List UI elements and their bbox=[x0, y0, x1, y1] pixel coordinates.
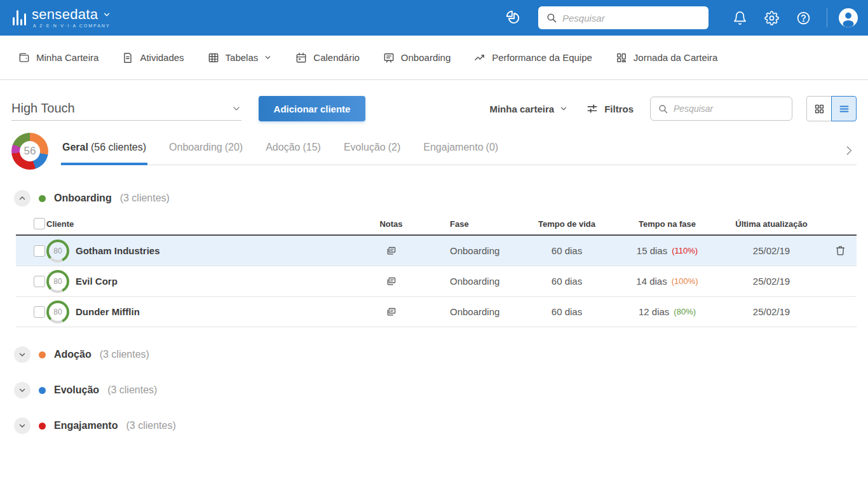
nav-label: Jornada da Carteira bbox=[634, 52, 718, 63]
list-view-button[interactable] bbox=[831, 96, 857, 121]
app-window: sensedata A Z·E·N·V·I·A COMPANY bbox=[0, 0, 868, 488]
donut-total: 56 bbox=[24, 145, 36, 158]
row-checkbox[interactable] bbox=[34, 245, 45, 257]
expand-section-button[interactable] bbox=[14, 346, 31, 363]
nav-performance-da-equipe[interactable]: Performance da Equipe bbox=[473, 51, 592, 64]
notes-icon bbox=[386, 306, 397, 318]
brand-name: sensedata bbox=[32, 8, 98, 22]
tempo-de-vida-value: 60 dias bbox=[526, 276, 607, 287]
header-notas[interactable]: Notas bbox=[364, 219, 418, 229]
client-name[interactable]: Evil Corp bbox=[76, 276, 118, 287]
main-nav: Minha Carteira Atividades Tabelas Calend… bbox=[0, 36, 868, 80]
dashboard-pie-icon[interactable] bbox=[504, 8, 523, 27]
main-content: High Touch Adicionar cliente Minha carte… bbox=[0, 96, 868, 434]
grid-view-button[interactable] bbox=[806, 96, 832, 121]
tabs-next-chevron[interactable] bbox=[843, 144, 857, 165]
tempo-na-fase-percent: (100%) bbox=[672, 276, 698, 286]
client-search-input[interactable] bbox=[674, 104, 785, 114]
segment-select[interactable]: High Touch bbox=[11, 97, 241, 121]
nav-onboarding[interactable]: Onboarding bbox=[383, 51, 451, 64]
table-row[interactable]: 80 Dunder Mifflin Onboarding 60 dias 12 … bbox=[16, 297, 857, 327]
ultima-atualizacao-value: 25/02/19 bbox=[727, 245, 816, 256]
header-ultima-atualizacao[interactable]: Última atualização bbox=[727, 219, 816, 229]
tab-onboarding[interactable]: Onboarding(20) bbox=[168, 138, 244, 165]
chevron-right-icon bbox=[843, 144, 855, 157]
segment-select-value: High Touch bbox=[11, 101, 75, 116]
tab-adocao[interactable]: Adoção(15) bbox=[264, 138, 322, 165]
notes-button[interactable] bbox=[384, 244, 398, 258]
ultima-atualizacao-value: 25/02/19 bbox=[727, 306, 816, 317]
header-cliente[interactable]: Cliente bbox=[46, 219, 364, 229]
nav-label: Minha Carteira bbox=[36, 52, 98, 63]
sensedata-bars-icon bbox=[13, 9, 26, 25]
board-icon bbox=[383, 51, 395, 64]
nav-calendario[interactable]: Calendário bbox=[295, 51, 360, 64]
tempo-na-fase-value: 12 dias bbox=[639, 306, 669, 317]
expand-section-button[interactable] bbox=[14, 382, 31, 398]
select-all-checkbox[interactable] bbox=[34, 218, 45, 229]
global-search-input[interactable] bbox=[562, 13, 701, 24]
health-score-gauge: 80 bbox=[46, 301, 69, 323]
view-toggle bbox=[806, 96, 857, 121]
fase-value: Onboarding bbox=[418, 245, 526, 256]
tab-engajamento[interactable]: Engajamento(0) bbox=[422, 138, 499, 165]
chevron-down-icon bbox=[231, 104, 241, 114]
nav-jornada-da-carteira[interactable]: Jornada da Carteira bbox=[615, 51, 718, 64]
tempo-na-fase-value: 14 dias bbox=[636, 276, 667, 287]
client-search[interactable] bbox=[650, 97, 792, 121]
section-onboarding-header: Onboarding (3 clientes) bbox=[14, 190, 857, 207]
nav-atividades[interactable]: Atividades bbox=[121, 51, 184, 64]
search-icon bbox=[546, 12, 557, 24]
section-engajamento-header: Engajamento (3 clientes) bbox=[14, 417, 857, 434]
status-dot bbox=[39, 351, 46, 358]
brand-logo[interactable]: sensedata A Z·E·N·V·I·A COMPANY bbox=[13, 8, 111, 28]
table-icon bbox=[207, 51, 220, 64]
nav-tabelas[interactable]: Tabelas bbox=[207, 51, 273, 64]
row-checkbox[interactable] bbox=[34, 306, 45, 318]
table-header-row: Cliente Notas Fase Tempo de vida Tempo n… bbox=[16, 213, 857, 236]
calendar-icon bbox=[295, 51, 308, 64]
help-icon[interactable] bbox=[794, 8, 813, 27]
chevron-down-icon bbox=[18, 350, 27, 359]
client-name[interactable]: Dunder Mifflin bbox=[76, 306, 140, 317]
header-tempo-de-vida[interactable]: Tempo de vida bbox=[526, 219, 607, 229]
status-dot bbox=[39, 423, 46, 430]
chevron-up-icon bbox=[18, 194, 27, 203]
chevron-down-icon bbox=[18, 421, 27, 430]
status-dot bbox=[39, 195, 46, 202]
nav-minha-carteira[interactable]: Minha Carteira bbox=[18, 51, 98, 64]
section-title: Engajamento bbox=[54, 420, 118, 431]
portfolio-donut-chart: 56 bbox=[11, 133, 48, 170]
expand-section-button[interactable] bbox=[14, 417, 31, 434]
notifications-bell-icon[interactable] bbox=[730, 8, 749, 27]
notes-button[interactable] bbox=[384, 274, 398, 288]
settings-gear-icon[interactable] bbox=[762, 8, 781, 27]
filters-button[interactable]: Filtros bbox=[586, 102, 634, 115]
top-header: sensedata A Z·E·N·V·I·A COMPANY bbox=[0, 0, 868, 36]
tab-evolucao[interactable]: Evolução(2) bbox=[342, 138, 402, 165]
tab-geral[interactable]: Geral(56 clientes) bbox=[61, 138, 147, 165]
section-count: (3 clientes) bbox=[126, 420, 175, 431]
tempo-de-vida-value: 60 dias bbox=[526, 306, 607, 317]
notes-button[interactable] bbox=[384, 305, 398, 319]
chevron-down-icon[interactable] bbox=[102, 10, 111, 19]
list-view-icon bbox=[838, 103, 850, 115]
row-checkbox[interactable] bbox=[34, 276, 45, 287]
table-row[interactable]: 80 Gotham Industries Onboarding 60 dias … bbox=[16, 236, 857, 266]
delete-button[interactable] bbox=[833, 243, 848, 258]
ultima-atualizacao-value: 25/02/19 bbox=[727, 276, 816, 287]
health-score-gauge: 80 bbox=[46, 240, 69, 262]
section-title: Adoção bbox=[54, 349, 92, 360]
tempo-na-fase-percent: (80%) bbox=[674, 307, 696, 316]
add-client-button[interactable]: Adicionar cliente bbox=[259, 96, 365, 121]
chevron-down-icon bbox=[559, 104, 568, 113]
client-name[interactable]: Gotham Industries bbox=[76, 245, 160, 256]
table-row[interactable]: 80 Evil Corp Onboarding 60 dias 14 dias … bbox=[16, 266, 857, 297]
user-avatar[interactable] bbox=[839, 8, 858, 27]
header-fase[interactable]: Fase bbox=[418, 219, 526, 229]
collapse-section-button[interactable] bbox=[14, 190, 31, 207]
global-search[interactable] bbox=[538, 6, 709, 29]
header-tempo-na-fase[interactable]: Tempo na fase bbox=[607, 219, 727, 229]
portfolio-select[interactable]: Minha carteira bbox=[489, 104, 568, 114]
section-count: (3 clientes) bbox=[120, 193, 170, 204]
